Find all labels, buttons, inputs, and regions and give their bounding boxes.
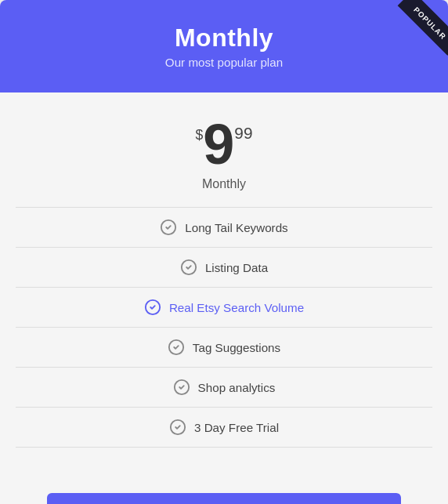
- feature-item: Long Tail Keywords: [16, 208, 432, 248]
- price-main: 9: [203, 116, 234, 172]
- price-period: Monthly: [16, 177, 432, 191]
- check-circle-icon: [160, 219, 177, 236]
- feature-item: 3 Day Free Trial: [16, 408, 432, 448]
- check-circle-icon: [168, 339, 185, 356]
- check-circle-icon: [173, 379, 190, 396]
- plan-title: Monthly: [16, 24, 432, 53]
- feature-label: Tag Suggestions: [193, 341, 280, 354]
- card-body: $ 9 99 Monthly Long Tail KeywordsListing…: [0, 92, 448, 471]
- feature-label: Long Tail Keywords: [185, 221, 287, 234]
- pricing-card: Monthly Our most popular plan POPULAR $ …: [0, 0, 448, 504]
- feature-label: Shop analytics: [198, 381, 276, 394]
- feature-label: Real Etsy Search Volume: [169, 301, 304, 314]
- check-circle-icon: [144, 299, 161, 316]
- cta-container: Start Today: [0, 471, 448, 504]
- price-cents: 99: [234, 124, 252, 143]
- check-circle-icon: [169, 419, 186, 436]
- price-container: $ 9 99: [16, 116, 432, 172]
- price-currency: $: [196, 127, 204, 143]
- features-list: Long Tail KeywordsListing DataReal Etsy …: [16, 207, 432, 448]
- card-header: Monthly Our most popular plan POPULAR: [0, 0, 448, 92]
- feature-label: 3 Day Free Trial: [194, 421, 279, 434]
- feature-item: Tag Suggestions: [16, 328, 432, 368]
- feature-item: Real Etsy Search Volume: [16, 288, 432, 328]
- plan-subtitle: Our most popular plan: [16, 56, 432, 69]
- start-today-button[interactable]: Start Today: [47, 493, 401, 504]
- popular-badge-container: POPULAR: [385, 0, 448, 63]
- popular-badge-label: POPULAR: [398, 0, 448, 56]
- feature-item: Listing Data: [16, 248, 432, 288]
- check-circle-icon: [180, 259, 197, 276]
- feature-label: Listing Data: [205, 261, 268, 274]
- feature-item: Shop analytics: [16, 368, 432, 408]
